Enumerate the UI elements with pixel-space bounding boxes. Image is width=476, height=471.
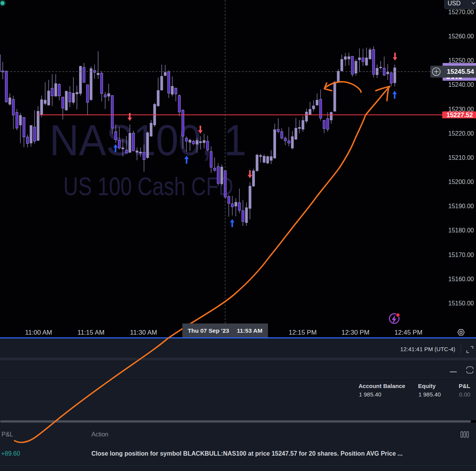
svg-text:US 100 Cash CFD: US 100 Cash CFD	[63, 172, 233, 201]
svg-text:11:30 AM: 11:30 AM	[130, 329, 157, 336]
svg-text:11:53 AM: 11:53 AM	[237, 327, 263, 334]
svg-text:12:45 PM: 12:45 PM	[395, 329, 423, 336]
svg-text:15240.00: 15240.00	[448, 81, 474, 88]
svg-text:15200.00: 15200.00	[448, 179, 474, 185]
svg-text:Thu 07 Sep '23: Thu 07 Sep '23	[188, 327, 229, 334]
svg-text:15150.00: 15150.00	[448, 300, 474, 307]
svg-text:15160.00: 15160.00	[448, 276, 474, 282]
svg-text:15170.00: 15170.00	[448, 252, 474, 258]
svg-text:15190.00: 15190.00	[448, 203, 474, 209]
svg-text:12:30 PM: 12:30 PM	[342, 329, 370, 336]
svg-text:15250.00: 15250.00	[448, 57, 474, 64]
svg-text:11:00 AM: 11:00 AM	[25, 329, 52, 336]
svg-text:11:15 AM: 11:15 AM	[78, 329, 105, 336]
svg-text:15270.00: 15270.00	[448, 9, 474, 15]
svg-text:USD: USD	[448, 0, 461, 7]
svg-text:15245.54: 15245.54	[447, 68, 474, 75]
svg-text:15227.52: 15227.52	[446, 111, 473, 118]
svg-text:12:15 PM: 12:15 PM	[289, 329, 317, 336]
svg-text:15180.00: 15180.00	[448, 227, 474, 234]
svg-text:15220.00: 15220.00	[448, 130, 474, 137]
svg-text:15260.00: 15260.00	[448, 33, 474, 40]
svg-text:15210.00: 15210.00	[448, 154, 474, 161]
